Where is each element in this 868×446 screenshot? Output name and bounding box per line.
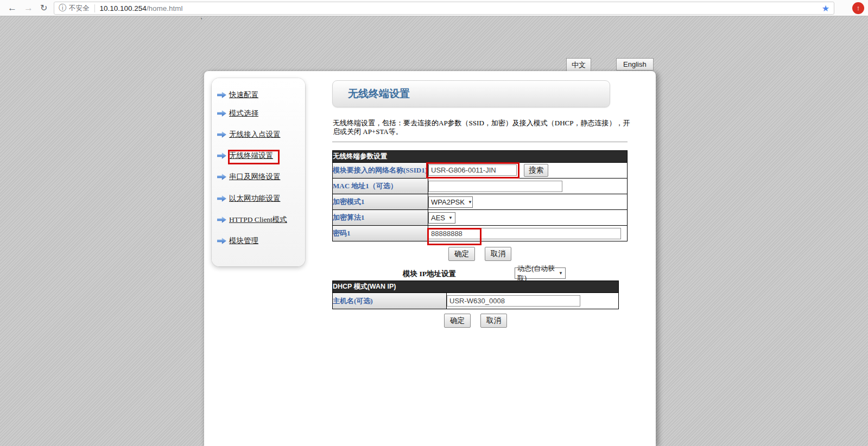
- url-host: 10.10.100.254: [100, 4, 147, 12]
- sidebar: 快速配置 模式选择 无线接入点设置 无线终端设置 串口及网络设置 以太网功能设置…: [212, 78, 305, 266]
- page-title-box: 无线终端设置: [332, 80, 610, 107]
- sidebar-item-wireless-sta: 无线终端设置: [217, 150, 273, 162]
- arrow-icon: [217, 195, 226, 202]
- language-english-button[interactable]: English: [616, 58, 654, 71]
- encryption-algorithm-select[interactable]: AES ▼: [428, 212, 455, 224]
- sidebar-link[interactable]: 无线接入点设置: [229, 130, 281, 139]
- sta-settings-table: 无线终端参数设置 模块要接入的网络名称(SSID1) 搜索 MAC 地址1（可选…: [332, 150, 628, 241]
- security-label: 不安全: [69, 4, 90, 13]
- chevron-down-icon: ▼: [559, 271, 563, 276]
- sidebar-item-wireless-ap: 无线接入点设置: [217, 129, 281, 141]
- mac-input[interactable]: [428, 181, 562, 192]
- arrow-icon: [217, 110, 226, 117]
- sidebar-link[interactable]: 快速配置: [229, 90, 258, 100]
- ssid-label: 模块要接入的网络名称(SSID1): [333, 163, 428, 179]
- chevron-down-icon: ▼: [448, 215, 453, 220]
- url-path: /home.html: [147, 4, 183, 12]
- sidebar-item-mode-select: 模式选择: [217, 107, 258, 119]
- bookmark-star-icon[interactable]: ★: [822, 3, 829, 14]
- info-icon[interactable]: ⓘ: [59, 3, 66, 13]
- arrow-icon: [217, 131, 226, 138]
- sidebar-link[interactable]: 串口及网络设置: [229, 172, 281, 182]
- sidebar-link[interactable]: 模块管理: [229, 236, 258, 246]
- ok-button[interactable]: 确定: [448, 247, 475, 261]
- sidebar-item-ethernet: 以太网功能设置: [217, 193, 281, 205]
- encryption-mode-select[interactable]: WPA2PSK ▼: [428, 196, 473, 208]
- sidebar-item-serial-network: 串口及网络设置: [217, 171, 281, 183]
- mac-label: MAC 地址1（可选）: [333, 179, 428, 194]
- browser-toolbar: ← → ↻ ⓘ 不安全 10.10.100.254 /home.html ★ ↑: [0, 0, 868, 16]
- sidebar-item-module-management: 模块管理: [217, 235, 258, 247]
- table-header: DHCP 模式(WAN IP): [333, 281, 619, 293]
- stray-mark: ': [201, 16, 202, 24]
- hostname-label: 主机名(可选): [333, 293, 447, 309]
- ok-button[interactable]: 确定: [444, 314, 471, 328]
- address-bar[interactable]: ⓘ 不安全 10.10.100.254 /home.html ★: [54, 2, 834, 15]
- forward-icon[interactable]: →: [24, 1, 33, 15]
- encryption-algorithm-label: 加密算法1: [333, 210, 428, 226]
- password-input[interactable]: [428, 228, 621, 239]
- sidebar-link[interactable]: HTTPD Client模式: [229, 215, 287, 225]
- url-separator: [94, 4, 95, 12]
- cancel-button[interactable]: 取消: [485, 247, 511, 261]
- divider: [332, 142, 628, 142]
- dhcp-table: DHCP 模式(WAN IP) 主机名(可选): [332, 281, 619, 309]
- arrow-icon: [217, 174, 226, 181]
- page-background: ' 中文 English 快速配置 模式选择 无线接入点设置 无线终端设置 串口…: [0, 16, 868, 446]
- arrow-icon: [217, 92, 226, 99]
- sidebar-link[interactable]: 无线终端设置: [229, 151, 273, 161]
- page-title: 无线终端设置: [333, 81, 610, 107]
- sidebar-link[interactable]: 模式选择: [229, 109, 258, 118]
- password-label: 密码1: [333, 226, 428, 241]
- arrow-icon: [217, 152, 226, 160]
- content-panel: 快速配置 模式选择 无线接入点设置 无线终端设置 串口及网络设置 以太网功能设置…: [204, 71, 656, 446]
- language-chinese-button[interactable]: 中文: [566, 58, 591, 72]
- chevron-down-icon: ▼: [468, 200, 472, 205]
- arrow-icon: [217, 238, 226, 245]
- arrow-icon: [217, 216, 226, 224]
- back-icon[interactable]: ←: [8, 1, 17, 15]
- hostname-input[interactable]: [447, 295, 580, 307]
- sidebar-link[interactable]: 以太网功能设置: [229, 194, 281, 203]
- ssid-input[interactable]: [428, 164, 517, 176]
- selected-value: WPA2PSK: [431, 198, 465, 206]
- table-header: 无线终端参数设置: [333, 151, 628, 163]
- search-button[interactable]: 搜索: [524, 164, 548, 177]
- ip-setting-select[interactable]: 动态(自动获取) ▼: [515, 267, 566, 279]
- encryption-mode-label: 加密模式1: [333, 194, 428, 210]
- reload-icon[interactable]: ↻: [40, 1, 47, 15]
- sta-buttons-row: 确定 取消: [332, 247, 628, 261]
- cancel-button[interactable]: 取消: [480, 314, 507, 328]
- sidebar-item-quick-setup: 快速配置: [217, 89, 258, 101]
- page-description: 无线终端设置，包括：要去连接的AP参数（SSID，加密）及接入模式（DHCP，静…: [333, 119, 632, 136]
- selected-value: AES: [431, 214, 445, 222]
- extension-icon[interactable]: ↑: [852, 2, 864, 14]
- sidebar-item-httpd-client: HTTPD Client模式: [217, 214, 287, 226]
- ip-setting-label: 模块 IP地址设置: [403, 269, 456, 279]
- dhcp-buttons-row: 确定 取消: [332, 314, 619, 328]
